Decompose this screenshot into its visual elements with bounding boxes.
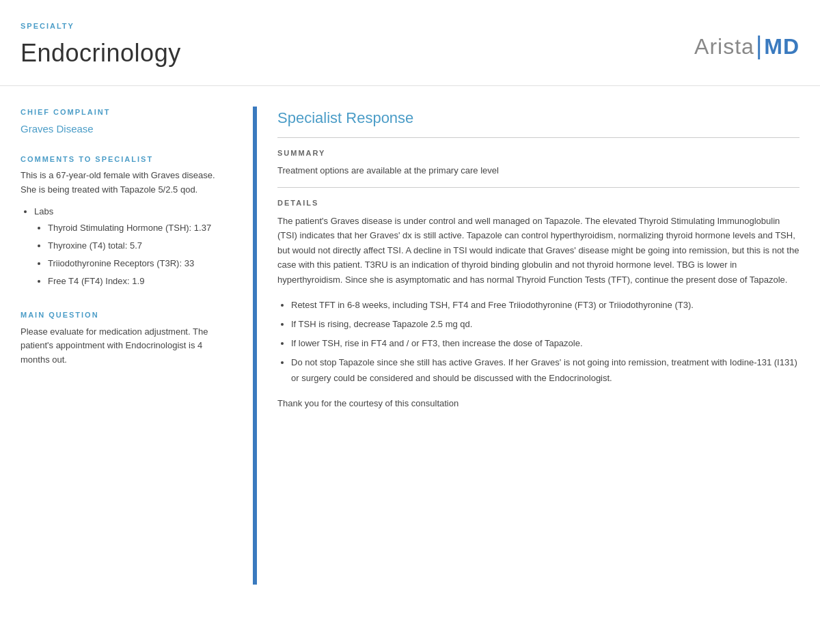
logo-divider: | <box>756 31 763 59</box>
comments-section: COMMENTS TO SPECIALIST This is a 67-year… <box>20 154 232 290</box>
main-content: CHIEF COMPLAINT Graves Disease COMMENTS … <box>0 86 820 585</box>
right-panel: Specialist Response SUMMARY Treatment op… <box>257 107 820 585</box>
specialty-name: Endocrinology <box>20 35 181 72</box>
main-question-label: MAIN QUESTION <box>20 309 232 321</box>
summary-label: SUMMARY <box>277 148 800 159</box>
detail-bullet-3: If lower TSH, rise in FT4 and / or FT3, … <box>291 336 800 351</box>
chief-complaint-section: CHIEF COMPLAINT Graves Disease <box>20 107 232 137</box>
logo-container: Arista|MD <box>694 20 800 64</box>
comments-label: COMMENTS TO SPECIALIST <box>20 154 232 165</box>
list-item-labs: Labs Thyroid Stimulating Hormone (TSH): … <box>34 204 232 289</box>
list-item-t4: Thyroxine (T4) total: 5.7 <box>48 238 232 253</box>
specialist-response-title: Specialist Response <box>277 107 800 129</box>
logo-arista: Arista <box>694 34 754 59</box>
list-item-ft4: Free T4 (FT4) Index: 1.9 <box>48 274 232 289</box>
summary-divider <box>277 137 800 138</box>
page-container: SPECIALTY Endocrinology Arista|MD CHIEF … <box>0 0 820 644</box>
details-divider <box>277 187 800 188</box>
comments-list: Labs Thyroid Stimulating Hormone (TSH): … <box>20 204 232 289</box>
logo-md: MD <box>764 34 800 59</box>
detail-bullet-2: If TSH is rising, decrease Tapazole 2.5 … <box>291 317 800 332</box>
logo: Arista|MD <box>694 27 800 64</box>
main-question-section: MAIN QUESTION Please evaluate for medica… <box>20 309 232 367</box>
details-label: DETAILS <box>277 197 800 209</box>
comments-intro: This is a 67-year-old female with Graves… <box>20 169 232 197</box>
closing-text: Thank you for the courtesy of this consu… <box>277 397 800 410</box>
details-paragraph: The patient's Graves disease is under co… <box>277 214 800 287</box>
detail-bullet-1: Retest TFT in 6-8 weeks, including TSH, … <box>291 298 800 313</box>
specialty-label: SPECIALTY <box>20 20 181 32</box>
left-panel: CHIEF COMPLAINT Graves Disease COMMENTS … <box>0 107 253 585</box>
labs-sub-list: Thyroid Stimulating Hormone (TSH): 1.37 … <box>34 221 232 289</box>
chief-complaint-label: CHIEF COMPLAINT <box>20 107 232 118</box>
list-item-tsh: Thyroid Stimulating Hormone (TSH): 1.37 <box>48 221 232 236</box>
labs-label: Labs <box>34 206 53 216</box>
details-list: Retest TFT in 6-8 weeks, including TSH, … <box>277 298 800 385</box>
detail-bullet-4: Do not stop Tapazole since she still has… <box>291 355 800 385</box>
header: SPECIALTY Endocrinology Arista|MD <box>0 0 820 86</box>
header-left: SPECIALTY Endocrinology <box>20 20 181 72</box>
chief-complaint-value: Graves Disease <box>20 122 232 137</box>
list-item-t3r: Triiodothyronine Receptors (T3R): 33 <box>48 256 232 271</box>
summary-text: Treatment options are available at the p… <box>277 164 800 178</box>
main-question-text: Please evaluate for medication adjustmen… <box>20 325 232 367</box>
